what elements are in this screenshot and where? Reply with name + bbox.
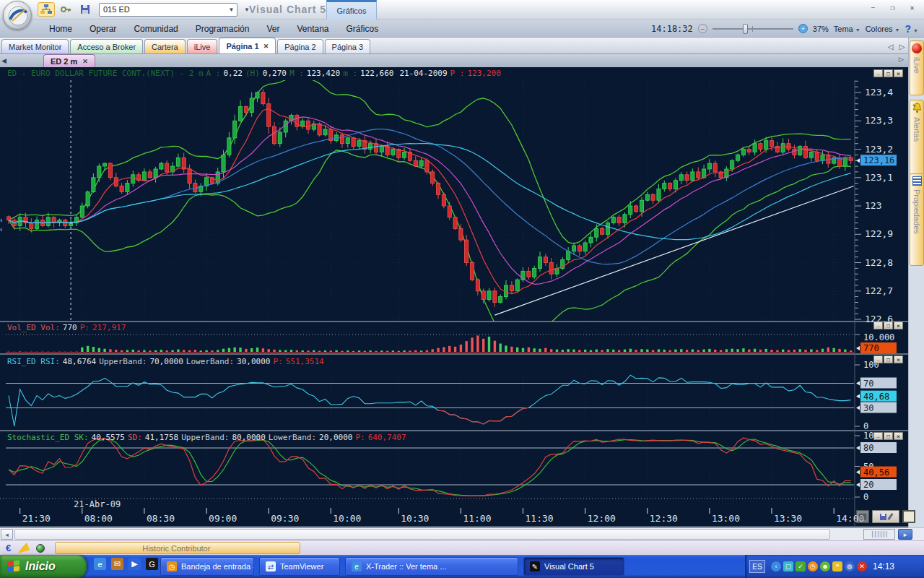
page-tab-ilive[interactable]: iLive [187, 39, 218, 53]
page-tab-market-monitor[interactable]: Market Monitor [1, 39, 69, 53]
restore-icon[interactable] [885, 2, 900, 13]
mute-icon[interactable]: ✕ [857, 561, 867, 571]
scrollbar-thumb[interactable] [14, 529, 830, 540]
messenger-icon[interactable]: ❝ [832, 561, 842, 571]
trendline[interactable] [494, 186, 853, 316]
dock-tab-ilive[interactable]: iLive [910, 40, 924, 95]
bollinger-bands [9, 76, 851, 345]
visual-chart-app: 015 ED Visual Chart 5 Gráficos HomeOpera… [0, 0, 924, 578]
save-icon[interactable] [77, 2, 94, 17]
chart-tabs-scroll-left-icon[interactable] [1, 56, 10, 66]
page-tabs-scroll-right-icon[interactable] [897, 42, 907, 51]
task-browser[interactable]: eX-Trader :: Ver tema ... [345, 557, 518, 576]
axis-corner-toolbar [856, 510, 915, 523]
menu-ver[interactable]: Ver [258, 20, 288, 38]
euro-feed-icon[interactable] [6, 543, 11, 553]
pane-close-icon[interactable] [894, 432, 903, 440]
tab-close-icon[interactable] [263, 43, 269, 50]
combo-dropdown-arrow-icon[interactable] [226, 4, 237, 16]
volume-axis[interactable]: 10.000770 [855, 332, 897, 353]
task-visual-chart[interactable]: ✎Visual Chart 5 [523, 557, 624, 576]
chart-tabs-scroll-right-icon[interactable] [899, 56, 904, 63]
svg-text:123: 123 [865, 200, 881, 211]
pane-close-icon[interactable] [894, 355, 903, 363]
snapshot-icon[interactable] [856, 510, 869, 523]
clock-tray-icon[interactable]: ◷ [808, 561, 818, 571]
announcement-icon[interactable] [16, 543, 30, 554]
shield-check-icon[interactable]: ✓ [796, 561, 806, 571]
pane-minimize-icon[interactable] [873, 69, 883, 77]
chevron-icon[interactable]: ‹ [771, 561, 781, 571]
help-icon[interactable] [905, 23, 919, 35]
dock-tab-propiedades[interactable]: Propiedades [910, 173, 924, 266]
zoom-slider-thumb[interactable] [743, 24, 748, 34]
historic-contributor-tab[interactable]: Historic Contributor [55, 542, 300, 554]
menu-comunidad[interactable]: Comunidad [125, 20, 186, 38]
chart-window[interactable]: 123,4123,3123,2123,1123122,9122,8122,712… [0, 67, 908, 527]
chart-plot-area[interactable]: 123,4123,3123,2123,1123122,9122,8122,712… [0, 67, 908, 527]
pane-restore-icon[interactable] [884, 432, 893, 440]
ribbon-context-tab-graficos[interactable]: Gráficos [326, 0, 377, 20]
page-tab-página-3[interactable]: Página 3 [325, 39, 370, 53]
menu-gráficos[interactable]: Gráficos [338, 20, 388, 38]
task-teamviewer[interactable]: ⇄TeamViewer [259, 557, 340, 576]
start-button[interactable]: Inicio [0, 555, 87, 578]
chart-tab-ed-2m[interactable]: ED 2 m [43, 54, 95, 67]
task-inbox[interactable]: ◷Bandeja de entrada -... [160, 557, 254, 576]
app-logo-icon[interactable] [3, 1, 32, 30]
pane-minimize-icon[interactable] [873, 355, 883, 363]
language-indicator[interactable]: ES [749, 560, 765, 573]
horizontal-scrollbar[interactable] [0, 527, 924, 540]
minimize-icon[interactable] [866, 2, 881, 13]
colores-dropdown[interactable]: Colores [866, 25, 900, 33]
dock-tab-alertas[interactable]: Alertas [910, 100, 924, 176]
monitor-icon[interactable]: ▢ [783, 561, 793, 571]
globe-icon[interactable]: ◍ [845, 561, 855, 571]
page-tab-cartera[interactable]: Cartera [144, 39, 186, 53]
price-axis[interactable]: 123,4123,3123,2123,1123122,9122,8122,712… [855, 81, 897, 324]
svg-text:0: 0 [863, 492, 868, 502]
axis-checkbox[interactable] [902, 510, 915, 523]
workspace-icon[interactable] [38, 2, 55, 17]
tray-icons: ‹▢✓◷☻❝◍✕ [771, 561, 867, 571]
user-icon[interactable]: ☻ [820, 561, 830, 571]
svg-text:40,56: 40,56 [863, 467, 889, 478]
stochastic-axis[interactable]: 100500802040,56 [855, 431, 897, 502]
zoom-out-icon[interactable] [698, 24, 707, 33]
menu-programación[interactable]: Programación [187, 20, 258, 38]
page-tabs-scroll-left-icon[interactable] [886, 42, 895, 51]
scroll-left-icon[interactable] [1, 529, 13, 540]
pane-restore-icon[interactable] [884, 355, 893, 363]
svg-text:123,4: 123,4 [865, 87, 893, 98]
chart-tab-close-icon[interactable] [82, 58, 88, 65]
zoom-in-icon[interactable] [798, 24, 808, 33]
rsi-axis[interactable]: 1000703048,68 [855, 360, 897, 431]
media-player-icon[interactable]: ▶ [128, 558, 141, 570]
pane-minimize-icon[interactable] [873, 322, 883, 329]
symbol-combobox[interactable]: 015 ED [99, 3, 237, 17]
zoom-slider[interactable] [712, 24, 793, 34]
close-icon[interactable] [905, 2, 920, 13]
page-tab-acceso-a-broker[interactable]: Acceso a Broker [70, 39, 143, 53]
pane-close-icon[interactable] [894, 69, 903, 77]
pane-restore-icon[interactable] [884, 69, 893, 77]
save-pin-buttons[interactable] [872, 510, 899, 523]
ie-icon[interactable]: e [94, 558, 106, 570]
menu-home[interactable]: Home [40, 20, 81, 38]
pane-minimize-icon[interactable] [873, 432, 883, 440]
key-icon[interactable] [57, 2, 74, 17]
pane-close-icon[interactable] [894, 322, 903, 329]
page-tab-página-2[interactable]: Página 2 [277, 39, 323, 53]
tema-dropdown[interactable]: Tema [834, 25, 860, 33]
time-axis[interactable]: 21-Abr-0921:3008:0008:3009:0009:3010:001… [20, 499, 865, 524]
scroll-right-icon[interactable] [898, 529, 912, 540]
g-app-icon[interactable]: G [146, 558, 158, 570]
menu-operar[interactable]: Operar [81, 20, 125, 38]
page-tab-página-1[interactable]: Página 1 [219, 38, 276, 53]
menu-ventana[interactable]: Ventana [288, 20, 337, 38]
scrollbar-grip[interactable] [863, 529, 895, 540]
zoom-percent: 37% [813, 25, 829, 33]
pane-restore-icon[interactable] [884, 322, 893, 329]
mail-icon[interactable]: ✉ [111, 558, 123, 570]
symbol-combobox-value: 015 ED [103, 5, 226, 14]
